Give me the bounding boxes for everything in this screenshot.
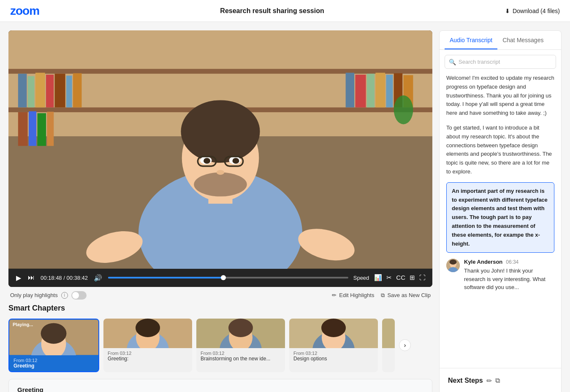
time-display: 00:18:48 / 00:38:42 — [41, 275, 88, 281]
fullscreen-icon[interactable]: ⛶ — [419, 274, 426, 281]
chapter-label-1: Greeting: — [108, 356, 188, 362]
progress-bar[interactable] — [108, 277, 348, 278]
chapter-from-1: From 03:12 — [108, 351, 188, 356]
smart-chapters-title: Smart Chapters — [8, 304, 432, 313]
chapter-info-2: From 03:12 Brainstorming on the new ide.… — [196, 348, 285, 364]
highlights-label: Only play highlights — [10, 292, 58, 298]
svg-rect-10 — [73, 73, 82, 108]
video-controls: ▶ ⏭ 00:18:48 / 00:38:42 🔊 Speed 📊 ✂ CC — [8, 269, 432, 287]
svg-point-26 — [181, 100, 260, 162]
chapter-from-3: From 03:12 — [293, 351, 374, 356]
ctrl-icons: 📊 ✂ CC ⊞ ⛶ — [374, 274, 426, 281]
header: zoom Research result sharing session ⬇ D… — [0, 0, 570, 22]
tab-chat-messages[interactable]: Chat Messages — [497, 31, 548, 49]
video-frame — [8, 30, 432, 269]
grid-icon[interactable]: ⊞ — [410, 274, 415, 281]
chapter-playing-label: Playing... — [13, 322, 33, 327]
svg-point-42 — [41, 323, 67, 343]
chapter-card-0[interactable]: Playing... From 03:12 Greeting — [8, 319, 99, 372]
save-icon: ⧉ — [381, 292, 385, 299]
chapter-card-4[interactable] — [382, 319, 395, 372]
page-title: Research result sharing session — [220, 7, 324, 15]
chapter-from-2: From 03:12 — [201, 351, 281, 356]
main-layout: ▶ ⏭ 00:18:48 / 00:38:42 🔊 Speed 📊 ✂ CC — [0, 22, 570, 392]
edit-next-steps-icon[interactable]: ✏ — [486, 377, 492, 385]
svg-rect-14 — [375, 73, 385, 107]
highlights-toggle-switch[interactable] — [71, 291, 87, 300]
skip-button[interactable]: ⏭ — [27, 273, 35, 282]
svg-rect-2 — [8, 69, 432, 73]
svg-point-57 — [450, 260, 457, 265]
svg-point-46 — [136, 319, 160, 337]
chapters-row: Playing... From 03:12 Greeting — [8, 319, 432, 372]
chapters-nav-right: › — [399, 319, 411, 372]
info-icon[interactable]: i — [61, 292, 68, 299]
svg-rect-19 — [29, 111, 36, 146]
transcript-para-0: Welcome! I'm excited to update my resear… — [446, 74, 554, 118]
speed-label: Speed — [353, 275, 369, 281]
svg-rect-8 — [55, 74, 65, 108]
comment-body: Kyle Anderson 06:34 Thank you John! I th… — [464, 259, 554, 292]
chapter-label-3: Design options — [293, 356, 374, 362]
chapter-info-1: From 03:12 Greeting: — [103, 348, 192, 364]
zoom-logo: zoom — [10, 4, 39, 18]
download-label: Download (4 files) — [513, 8, 560, 14]
commenter-time: 06:34 — [506, 259, 518, 265]
svg-point-22 — [394, 95, 413, 124]
highlights-toggle-group: Only play highlights i — [10, 291, 87, 300]
edit-highlights-button[interactable]: ✏ Edit Highlights — [332, 292, 374, 298]
svg-rect-4 — [18, 74, 27, 108]
toggle-knob — [72, 292, 79, 299]
commenter-name: Kyle Anderson — [464, 259, 502, 265]
chapters-next-button[interactable]: › — [399, 339, 411, 351]
svg-rect-13 — [367, 74, 375, 108]
total-time: 00:38:42 — [66, 275, 88, 281]
smart-chapters: Smart Chapters Playing... — [8, 304, 432, 372]
svg-rect-18 — [18, 112, 28, 146]
chapter-thumb-svg-3 — [289, 319, 378, 348]
video-player: ▶ ⏭ 00:18:48 / 00:38:42 🔊 Speed 📊 ✂ CC — [8, 30, 432, 287]
copy-next-steps-icon[interactable]: ⧉ — [495, 377, 500, 384]
next-steps-title: Next Steps — [448, 377, 483, 384]
svg-point-30 — [204, 158, 210, 164]
chapter-thumb-1 — [103, 319, 192, 348]
chapter-card-2[interactable]: From 03:12 Brainstorming on the new ide.… — [196, 319, 285, 372]
chapter-info-active-0: From 03:12 Greeting — [9, 355, 98, 371]
chapter-card-3[interactable]: From 03:12 Design options — [289, 319, 378, 372]
svg-point-27 — [194, 173, 247, 197]
avatar — [446, 259, 460, 272]
svg-rect-12 — [355, 75, 366, 108]
comment-block: Kyle Anderson 06:34 Thank you John! I th… — [446, 259, 554, 292]
tab-audio-transcript[interactable]: Audio Transcript — [445, 31, 497, 49]
svg-rect-21 — [47, 112, 54, 146]
chapter-from-0: From 03:12 — [14, 358, 94, 363]
edit-icon: ✏ — [332, 292, 337, 298]
download-button[interactable]: ⬇ Download (4 files) — [505, 8, 560, 14]
chapter-desc-title: Greeting — [17, 386, 423, 392]
stats-icon[interactable]: 📊 — [374, 274, 382, 281]
svg-rect-11 — [346, 73, 355, 107]
volume-button[interactable]: 🔊 — [93, 273, 103, 283]
chapter-card-1[interactable]: From 03:12 Greeting: — [103, 319, 192, 372]
progress-dot — [221, 275, 226, 280]
cc-icon[interactable]: CC — [396, 274, 405, 281]
right-panel: Audio Transcript Chat Messages 🔍 Welcome… — [439, 30, 562, 392]
download-icon: ⬇ — [505, 8, 510, 14]
chapter-label-0: Greeting — [14, 363, 94, 369]
svg-rect-7 — [46, 75, 54, 108]
save-clip-button[interactable]: ⧉ Save as New Clip — [381, 292, 431, 299]
right-tabs: Audio Transcript Chat Messages — [440, 31, 561, 50]
cut-icon[interactable]: ✂ — [386, 274, 392, 281]
svg-rect-5 — [28, 76, 35, 107]
chapter-thumb-3 — [289, 319, 378, 348]
chapter-thumb-2 — [196, 319, 285, 348]
svg-point-35 — [217, 170, 224, 175]
chapter-info-3: From 03:12 Design options — [289, 348, 378, 364]
chapter-label-2: Brainstorming on the new ide... — [201, 356, 281, 362]
play-button[interactable]: ▶ — [15, 273, 22, 283]
search-input[interactable] — [445, 55, 556, 69]
svg-point-54 — [321, 319, 346, 337]
progress-fill — [108, 277, 223, 278]
chapter-thumb-0: Playing... — [9, 319, 98, 355]
svg-point-50 — [228, 319, 253, 337]
